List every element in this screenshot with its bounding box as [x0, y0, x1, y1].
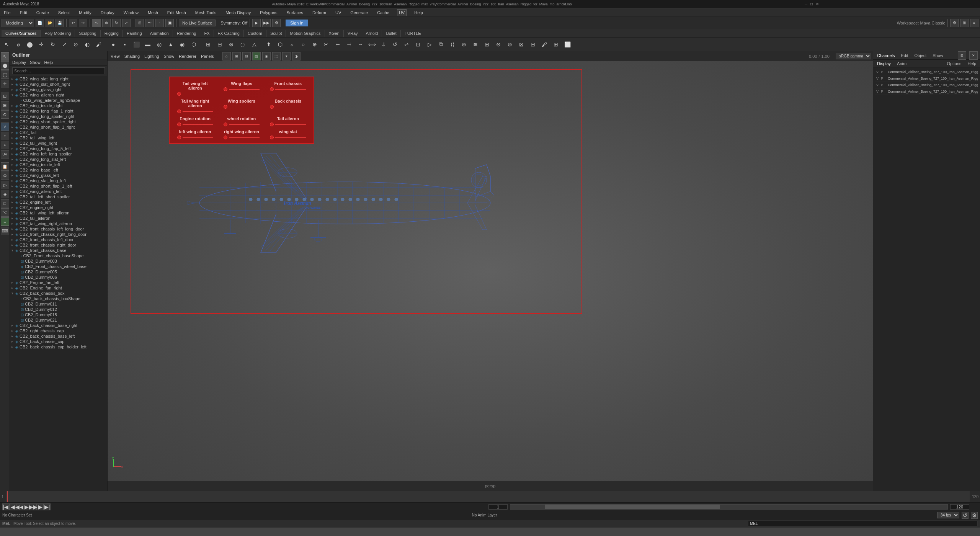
- lt-script[interactable]: ⌨: [1, 227, 9, 235]
- vp-smooth[interactable]: ◉: [262, 52, 271, 60]
- outliner-item[interactable]: ▸◈CB2_wing_glass_left: [10, 173, 107, 178]
- outliner-item[interactable]: ▾◈CB2_back_chassis_box: [10, 291, 107, 296]
- snap-curve[interactable]: 〜: [145, 19, 154, 27]
- rp-options[interactable]: Options: [945, 60, 963, 67]
- window-controls[interactable]: ─ □ ✕: [805, 2, 819, 6]
- outliner-item[interactable]: ⊡CB2_Dummy003: [10, 258, 107, 264]
- lt-history[interactable]: 📋: [1, 162, 9, 171]
- tab-poly-modeling[interactable]: Poly Modeling: [41, 30, 75, 37]
- select-btn[interactable]: ↖: [92, 19, 101, 27]
- tab-animation[interactable]: Animation: [146, 30, 173, 37]
- outliner-item[interactable]: ⊡CB2_Dummy015: [10, 312, 107, 317]
- cp-circle-6[interactable]: [270, 105, 274, 109]
- outliner-item[interactable]: ▸◈CB2_wing_long_flap_5_left: [10, 146, 107, 151]
- icon-cube[interactable]: ▪: [119, 39, 130, 50]
- range-play-fwd[interactable]: ▶▶: [30, 503, 37, 510]
- outliner-item[interactable]: ▸◈CB2_front_chassis_left_door: [10, 237, 107, 242]
- vp-camera-home[interactable]: ⌂: [222, 52, 231, 60]
- scale-btn[interactable]: ⤢: [122, 19, 131, 27]
- outliner-item[interactable]: ▸◈CB2_wing_long_slat_left: [10, 157, 107, 162]
- outliner-item[interactable]: ◦CB2_wing_aileron_rightShape: [10, 98, 107, 103]
- outliner-item[interactable]: ▸◈CB2_right_chassis_cap: [10, 328, 107, 333]
- outliner-item[interactable]: ▸◈CB2_back_chassis_base_left: [10, 333, 107, 339]
- outliner-item[interactable]: ▸◈CB2_wing_base_left: [10, 167, 107, 173]
- anim-settings[interactable]: ⚙: [971, 512, 978, 519]
- undo-btn[interactable]: ↩: [69, 19, 77, 27]
- outliner-item[interactable]: ▸◈CB2_engine_right: [10, 205, 107, 210]
- lt-group2[interactable]: E: [1, 132, 9, 140]
- viewport[interactable]: View Shading Lighting Show Renderer Pane…: [108, 51, 873, 491]
- menu-polygons[interactable]: Polygons: [258, 10, 279, 16]
- icon-deform[interactable]: ⊟: [528, 39, 538, 50]
- icon-crease[interactable]: ≋: [470, 39, 481, 50]
- range-step-fwd[interactable]: ▶: [37, 503, 44, 510]
- icon-move[interactable]: ✛: [36, 39, 47, 50]
- icon-sphere[interactable]: ●: [108, 39, 119, 50]
- outliner-item[interactable]: ▸◈CB2_wing_glass_right: [10, 87, 107, 92]
- menu-create[interactable]: Create: [35, 10, 51, 16]
- lt-group1[interactable]: V: [1, 123, 9, 131]
- vp-menu-renderer[interactable]: Renderer: [177, 53, 198, 59]
- icon-lasso[interactable]: ⌀: [13, 39, 24, 50]
- cp-circle-12[interactable]: [270, 136, 274, 139]
- vp-gamma-select[interactable]: sRGB gamma Linear: [836, 53, 871, 59]
- outliner-menu-display[interactable]: Display: [12, 60, 26, 65]
- cp-circle-7[interactable]: [177, 123, 181, 126]
- outliner-item[interactable]: ◈CB2_Front_chassis_wheel_base: [10, 264, 107, 269]
- outliner-item[interactable]: ▸◈CB2_tail_wing_left_aileron: [10, 210, 107, 216]
- lt-uv-edit[interactable]: □: [1, 199, 9, 208]
- menu-window[interactable]: Window: [122, 10, 140, 16]
- range-end-input[interactable]: [950, 504, 969, 510]
- lt-loop[interactable]: ◯: [1, 70, 9, 79]
- icon-av-comp[interactable]: ⊠: [516, 39, 527, 50]
- lt-move[interactable]: ✛: [1, 80, 9, 88]
- icon-plane[interactable]: ▬: [142, 39, 153, 50]
- icon-merge[interactable]: ⟨⟩: [447, 39, 458, 50]
- icon-fill-hole[interactable]: ○: [298, 39, 309, 50]
- outliner-item[interactable]: ▸◈CB2_back_chassis_cap_holder_left: [10, 344, 107, 350]
- lt-select[interactable]: ↖: [1, 52, 9, 60]
- icon-custom1[interactable]: ⬜: [562, 39, 573, 50]
- icon-cylinder[interactable]: ⬛: [131, 39, 142, 50]
- vp-menu-panels[interactable]: Panels: [199, 53, 216, 59]
- icon-paint-select[interactable]: ⬤: [24, 39, 35, 50]
- icon-universal[interactable]: ⊙: [70, 39, 81, 50]
- outliner-item[interactable]: ⊡CB2_Dummy005: [10, 269, 107, 275]
- tab-arnold[interactable]: Arnold: [362, 30, 382, 37]
- range-play-back[interactable]: ◀◀: [16, 503, 23, 510]
- tab-fx-caching[interactable]: FX Caching: [214, 30, 244, 37]
- timeline-playhead[interactable]: [7, 491, 8, 502]
- outliner-item[interactable]: ▸◈CB2_wing_slat_short_right: [10, 82, 107, 87]
- outliner-item[interactable]: ▸◈CB2_wing_inside_right: [10, 103, 107, 108]
- snap-grid[interactable]: ⊞: [136, 19, 144, 27]
- outliner-item[interactable]: ▸◈CB2_tail_wing_left: [10, 135, 107, 141]
- tab-xgen[interactable]: XGen: [325, 30, 344, 37]
- outliner-item[interactable]: ▸◈CB2_wing_left_long_spoiler: [10, 151, 107, 157]
- icon-collapse[interactable]: ⇓: [378, 39, 389, 50]
- icon-rotate[interactable]: ↻: [47, 39, 58, 50]
- rp-tab-edit[interactable]: Edit: [899, 52, 910, 59]
- outliner-item[interactable]: ▸◈CB2_wing_inside_left: [10, 162, 107, 167]
- rotate-btn[interactable]: ↻: [112, 19, 121, 27]
- icon-scale[interactable]: ⤢: [59, 39, 70, 50]
- icon-bridge[interactable]: ⬦: [286, 39, 297, 50]
- timeline-track[interactable]: [6, 491, 970, 502]
- layer-item-1[interactable]: V P Commercial_Airliner_Boeing_727_100_I…: [875, 69, 978, 75]
- icon-wedge[interactable]: ▷: [424, 39, 435, 50]
- icon-insert-edge[interactable]: ⊢: [332, 39, 343, 50]
- redo-btn[interactable]: ↪: [79, 19, 87, 27]
- icon-triangulate[interactable]: △: [249, 39, 260, 50]
- render-seq-btn[interactable]: ▶▶: [262, 19, 271, 27]
- move-btn[interactable]: ⊕: [102, 19, 111, 27]
- vp-light[interactable]: ☀: [282, 52, 291, 60]
- outliner-item[interactable]: ▸◈CB2_tail_aileron: [10, 216, 107, 221]
- outliner-item[interactable]: ▸◈CB2_wing_slat_long_right: [10, 76, 107, 82]
- icon-select[interactable]: ↖: [2, 39, 12, 50]
- outliner-item[interactable]: ▸◈CB2_wing_aileron_left: [10, 189, 107, 194]
- vp-menu-show[interactable]: Show: [162, 53, 176, 59]
- viewport-canvas[interactable]: Iran Aseman AIRLINES Tail wing leftailer…: [108, 61, 873, 481]
- icon-connect[interactable]: ⊝: [493, 39, 504, 50]
- icon-spin[interactable]: ↺: [390, 39, 400, 50]
- cp-circle-11[interactable]: [224, 136, 227, 139]
- outliner-item[interactable]: ▸◈CB2_tail_wing_right: [10, 141, 107, 146]
